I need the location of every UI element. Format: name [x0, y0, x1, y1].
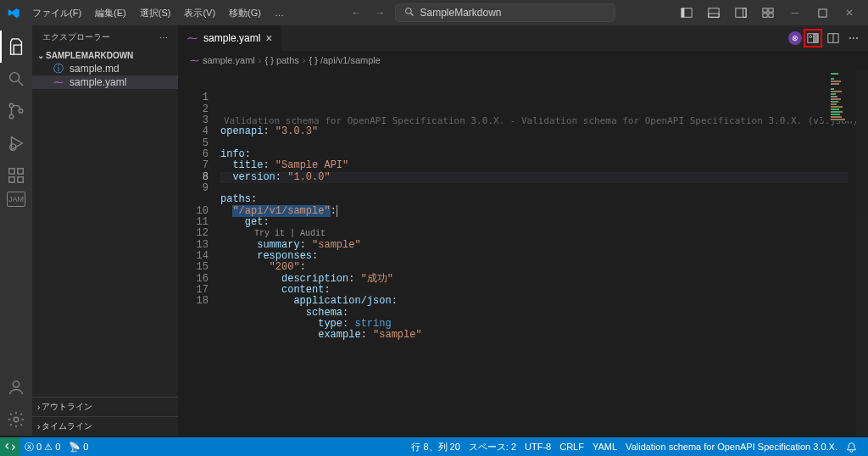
- sidebar-folder-header[interactable]: ⌄ SAMPLEMARKDOWN: [32, 49, 178, 62]
- info-file-icon: ⓘ: [53, 63, 64, 75]
- activity-debug-icon[interactable]: [0, 127, 32, 159]
- tab-more-icon[interactable]: ⋯: [844, 29, 863, 47]
- customize-layout-icon[interactable]: [756, 1, 780, 25]
- sidebar-outline[interactable]: › アウトライン: [32, 397, 178, 416]
- svg-point-0: [406, 8, 412, 14]
- menu-selection[interactable]: 選択(S): [135, 7, 176, 19]
- svg-point-27: [810, 36, 812, 38]
- split-editor-icon[interactable]: [824, 29, 843, 47]
- chevron-right-icon: ›: [37, 422, 40, 431]
- chevron-down-icon: ⌄: [37, 51, 44, 60]
- status-ports[interactable]: 📡0: [64, 442, 92, 453]
- svg-rect-21: [18, 177, 23, 182]
- sidebar-timeline[interactable]: › タイムライン: [32, 416, 178, 436]
- svg-rect-22: [18, 169, 23, 174]
- svg-rect-12: [818, 8, 826, 16]
- svg-point-23: [13, 381, 19, 387]
- status-bar: ⓧ0 ⚠0 📡0 行 8、列 20 スペース: 2 UTF-8 CRLF YAM…: [0, 437, 868, 456]
- activity-explorer-icon[interactable]: [0, 31, 32, 63]
- antenna-icon: 📡: [69, 442, 81, 453]
- code-area[interactable]: Validation schema for OpenAPI Specificat…: [220, 70, 868, 436]
- svg-point-17: [19, 109, 23, 114]
- minimap[interactable]: [822, 73, 856, 121]
- nav-back-icon[interactable]: ←: [348, 4, 364, 21]
- layout-panel-bottom-icon[interactable]: [702, 1, 726, 25]
- file-item-sample-md[interactable]: ⓘ sample.md: [32, 62, 178, 75]
- editor-content[interactable]: 123456789101112131415161718 Validation s…: [178, 70, 868, 436]
- activity-jam-icon[interactable]: JAM: [7, 192, 25, 207]
- layout-sidebar-left-icon[interactable]: [675, 1, 698, 25]
- breadcrumb[interactable]: ⁓sample.yaml › { } paths › { } /api/v1/s…: [178, 51, 868, 70]
- breadcrumb-file: ⁓sample.yaml: [190, 55, 255, 66]
- svg-point-16: [9, 114, 14, 119]
- warning-icon: ⚠: [44, 442, 53, 453]
- sidebar: エクスプローラー ⋯ ⌄ SAMPLEMARKDOWN ⓘ sample.md …: [32, 25, 178, 436]
- svg-rect-6: [736, 8, 746, 18]
- svg-rect-7: [743, 8, 747, 18]
- activity-search-icon[interactable]: [0, 63, 32, 95]
- chevron-right-icon: ›: [37, 403, 40, 412]
- remote-indicator-icon[interactable]: [0, 437, 20, 456]
- editor-area: ⁓ sample.yaml × ⊗ ⋯ ⁓sample.yaml › { } p…: [178, 25, 868, 436]
- menu-more[interactable]: …: [270, 8, 289, 18]
- breadcrumb-endpoint: { } /api/v1/sample: [309, 55, 380, 65]
- status-eol[interactable]: CRLF: [555, 442, 588, 452]
- svg-rect-9: [769, 8, 773, 12]
- svg-rect-4: [709, 8, 719, 18]
- yaml-file-icon: ⁓: [186, 32, 198, 44]
- command-center-text: SampleMarkdown: [420, 7, 501, 19]
- svg-point-15: [9, 103, 14, 108]
- svg-rect-26: [813, 34, 818, 43]
- activity-settings-icon[interactable]: [0, 403, 32, 436]
- tab-close-icon[interactable]: ×: [265, 31, 272, 45]
- svg-rect-3: [682, 8, 685, 18]
- open-preview-side-icon[interactable]: [804, 29, 822, 47]
- status-indent[interactable]: スペース: 2: [465, 441, 520, 453]
- menu-view[interactable]: 表示(V): [179, 7, 220, 19]
- nav-forward-icon[interactable]: →: [371, 4, 388, 21]
- file-item-sample-yaml[interactable]: ⁓ sample.yaml: [32, 75, 178, 89]
- svg-rect-19: [9, 169, 14, 174]
- status-language[interactable]: YAML: [588, 442, 621, 452]
- yaml-file-icon: ⁓: [53, 76, 64, 88]
- svg-rect-5: [709, 14, 719, 17]
- svg-rect-8: [763, 8, 767, 12]
- error-icon: ⓧ: [25, 441, 34, 453]
- menu-edit[interactable]: 編集(E): [90, 7, 131, 19]
- window-close-icon[interactable]: ✕: [837, 1, 861, 25]
- sidebar-header: エクスプローラー ⋯: [32, 25, 178, 49]
- svg-line-14: [19, 81, 24, 86]
- svg-rect-20: [9, 177, 14, 182]
- svg-point-13: [10, 73, 19, 82]
- activity-bar: JAM: [0, 25, 32, 436]
- title-bar: ファイル(F) 編集(E) 選択(S) 表示(V) 移動(G) … ← → Sa…: [0, 0, 868, 25]
- window-maximize-icon[interactable]: [810, 1, 834, 25]
- status-encoding[interactable]: UTF-8: [520, 442, 555, 452]
- command-center[interactable]: SampleMarkdown: [395, 3, 615, 22]
- layout-sidebar-right-icon[interactable]: [729, 1, 753, 25]
- svg-point-24: [14, 417, 19, 422]
- menu-file[interactable]: ファイル(F): [27, 7, 86, 19]
- activity-account-icon[interactable]: [0, 371, 32, 403]
- svg-rect-11: [769, 14, 773, 17]
- sidebar-more-icon[interactable]: ⋯: [159, 33, 168, 42]
- vscode-logo-icon: [7, 6, 20, 19]
- breadcrumb-paths: { } paths: [264, 55, 298, 65]
- sidebar-title: エクスプローラー: [42, 31, 110, 43]
- menu-go[interactable]: 移動(G): [224, 7, 266, 19]
- status-cursor-pos[interactable]: 行 8、列 20: [407, 441, 464, 453]
- openapi-badge-icon[interactable]: ⊗: [788, 31, 802, 45]
- status-schema[interactable]: Validation schema for OpenAPI Specificat…: [621, 442, 842, 452]
- status-problems[interactable]: ⓧ0 ⚠0: [20, 441, 64, 453]
- activity-extensions-icon[interactable]: [0, 159, 32, 192]
- svg-rect-10: [763, 14, 767, 17]
- window-minimize-icon[interactable]: ─: [783, 1, 807, 25]
- search-icon: [404, 7, 415, 19]
- tab-sample-yaml[interactable]: ⁓ sample.yaml ×: [178, 25, 282, 51]
- svg-line-1: [411, 13, 414, 15]
- line-numbers: 123456789101112131415161718: [178, 70, 220, 436]
- status-notifications-icon[interactable]: [842, 442, 861, 453]
- editor-tabs: ⁓ sample.yaml × ⊗ ⋯: [178, 25, 868, 51]
- activity-source-control-icon[interactable]: [0, 95, 32, 127]
